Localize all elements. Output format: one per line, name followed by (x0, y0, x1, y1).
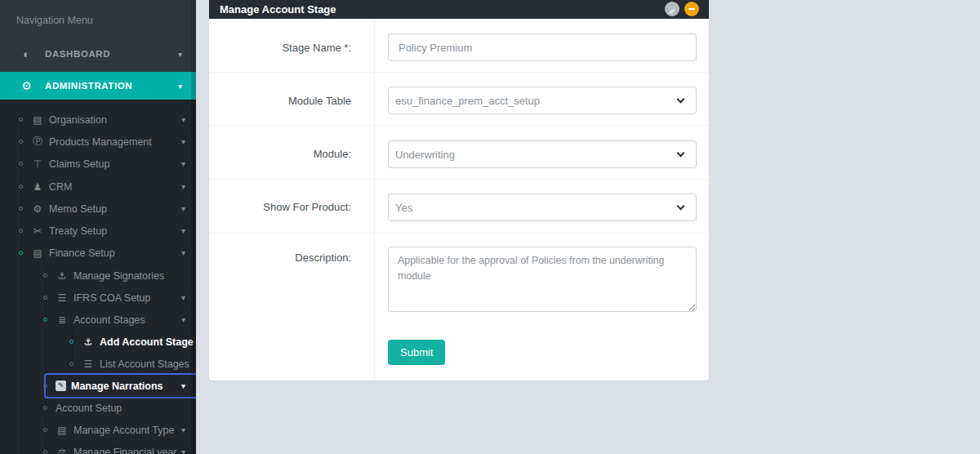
show-for-product-select[interactable]: Yes (388, 194, 697, 221)
row-divider (209, 72, 709, 73)
sidebar-item-label: CRM (49, 181, 72, 193)
module-select[interactable]: Underwriting (388, 140, 697, 168)
row-divider (209, 233, 709, 234)
chevron-down-icon: ▾ (181, 315, 185, 324)
chevron-down-icon: ▾ (181, 182, 185, 191)
chevron-down-icon: ▾ (178, 50, 182, 59)
claims-icon: ⊤ (31, 158, 44, 170)
sidebar-item-organisation[interactable]: ▤ Organisation ▾ (0, 109, 196, 131)
sidebar: Navigation Menu ◐ DASHBOARD ▾ ⚙ ADMINIST… (0, 0, 196, 454)
bullet-icon (43, 318, 47, 322)
database-icon: ☰ (56, 292, 69, 304)
edit-button[interactable]: ✎ (665, 2, 679, 16)
sidebar-item-label: Organisation (49, 114, 107, 126)
crm-user-icon: ♟ (31, 181, 44, 193)
sidebar-item-account-setup[interactable]: Account Setup (0, 397, 196, 419)
bullet-icon (43, 384, 47, 388)
sidebar-item-dashboard[interactable]: ◐ DASHBOARD ▾ (0, 36, 196, 72)
scissors-icon: ✂ (31, 225, 44, 237)
chevron-down-icon: ▾ (181, 137, 185, 146)
sidebar-item-finance-setup[interactable]: ▤ Finance Setup ▾ (0, 242, 196, 264)
stage-name-field-wrap (388, 33, 697, 61)
chevron-down-icon: ▾ (181, 447, 185, 454)
pencil-square-icon: ✎ (56, 381, 66, 391)
chevron-down-icon: ▾ (181, 159, 185, 168)
description-textarea[interactable]: Applicable for the approval of Policies … (388, 247, 697, 312)
sidebar-item-label: Manage Signatories (74, 270, 164, 282)
sidebar-item-manage-narrations[interactable]: ✎ Manage Narrations ▾ (0, 375, 196, 397)
panel-title: Manage Account Stage (220, 0, 336, 19)
bullet-icon (43, 450, 47, 454)
sidebar-scrollbar[interactable] (191, 0, 196, 454)
row-divider (209, 125, 709, 126)
gear-icon: ⚙ (20, 79, 33, 92)
sidebar-item-label: Account Stages (74, 314, 145, 326)
module-label: Module: (209, 148, 351, 160)
bullet-icon (43, 296, 47, 300)
bullet-icon (19, 118, 23, 122)
sidebar-item-ifrs-coa-setup[interactable]: ☰ IFRS COA Setup ▾ (0, 287, 196, 309)
stack-icon: ≣ (56, 314, 69, 326)
bullet-icon (69, 340, 74, 344)
organisation-icon: ▤ (31, 114, 44, 126)
sidebar-item-treaty-setup[interactable]: ✂ Treaty Setup ▾ (0, 220, 196, 242)
sidebar-item-memo-setup[interactable]: ⚙ Memo Setup ▾ (0, 198, 196, 220)
row-divider (209, 179, 709, 180)
sidebar-item-label: Add Account Stage (100, 336, 194, 348)
bullet-icon (43, 428, 47, 432)
bullet-icon (69, 362, 74, 366)
sidebar-item-administration[interactable]: ⚙ ADMINISTRATION ▾ (0, 72, 196, 100)
sidebar-item-account-stages[interactable]: ≣ Account Stages ▾ (0, 309, 196, 331)
sidebar-item-list-account-stages[interactable]: ☰ List Account Stages (0, 353, 196, 375)
show-for-product-label: Show For Product: (209, 201, 351, 213)
anchor-icon: ⚓ (56, 270, 69, 282)
sidebar-item-label: Manage Account Type (74, 425, 174, 436)
module-field-wrap: Underwriting (388, 140, 697, 168)
sidebar-item-label: Manage Narrations (71, 381, 163, 392)
sidebar-item-manage-financial-year[interactable]: ⚖ Manage Financial year ▾ (0, 441, 196, 454)
show-for-product-field-wrap: Yes (388, 194, 697, 221)
chevron-down-icon: ▾ (181, 204, 185, 213)
sidebar-item-add-account-stage[interactable]: ⚓ Add Account Stage (0, 331, 196, 353)
chevron-down-icon: ▾ (181, 381, 185, 390)
sidebar-item-label: Memo Setup (49, 203, 107, 215)
form-column-divider (374, 19, 375, 381)
chevron-down-icon: ▾ (181, 425, 185, 434)
dashboard-icon: ◐ (20, 47, 33, 60)
manage-account-stage-panel: Manage Account Stage ✎ Stage Name *: Mod… (209, 0, 709, 381)
sidebar-item-label: Products Management (49, 136, 152, 148)
sidebar-item-label: ADMINISTRATION (45, 81, 132, 91)
products-icon: Ⓟ (31, 135, 44, 149)
description-label: Description: (209, 251, 351, 264)
sidebar-item-label: Finance Setup (49, 247, 115, 259)
finance-icon: ▤ (31, 247, 44, 259)
sidebar-title: Navigation Menu (16, 15, 93, 26)
collapse-button[interactable] (684, 2, 699, 16)
sidebar-item-crm[interactable]: ♟ CRM ▾ (0, 176, 196, 198)
pencil-icon: ✎ (669, 3, 675, 18)
bullet-icon (19, 185, 23, 189)
sidebar-item-products-management[interactable]: Ⓟ Products Management ▾ (0, 131, 196, 153)
bullet-icon (19, 251, 23, 255)
sidebar-item-manage-account-type[interactable]: ▤ Manage Account Type ▾ (0, 419, 196, 441)
module-table-select[interactable]: esu_finance_prem_acct_setup (388, 87, 697, 114)
gear-icon: ⚙ (31, 203, 44, 215)
bullet-icon (43, 274, 47, 278)
stage-name-input[interactable] (388, 33, 697, 61)
scales-icon: ⚖ (56, 447, 69, 454)
anchor-icon: ⚓ (82, 336, 95, 348)
stage-name-label: Stage Name *: (209, 42, 351, 54)
sidebar-item-label: Manage Financial year (74, 447, 176, 454)
chevron-down-icon: ▾ (181, 115, 185, 124)
sidebar-item-claims-setup[interactable]: ⊤ Claims Setup ▾ (0, 153, 196, 175)
submit-button[interactable]: Submit (388, 340, 445, 365)
module-table-label: Module Table (209, 95, 351, 107)
bullet-icon (43, 406, 47, 410)
bullet-icon (19, 207, 23, 211)
description-field-wrap: Applicable for the approval of Policies … (388, 247, 697, 315)
sidebar-item-label: IFRS COA Setup (74, 292, 150, 304)
chevron-down-icon: ▾ (181, 226, 185, 235)
sidebar-item-manage-signatories[interactable]: ⚓ Manage Signatories (0, 265, 196, 287)
chevron-down-icon: ▾ (178, 82, 182, 91)
sidebar-item-label: Account Setup (56, 403, 122, 414)
